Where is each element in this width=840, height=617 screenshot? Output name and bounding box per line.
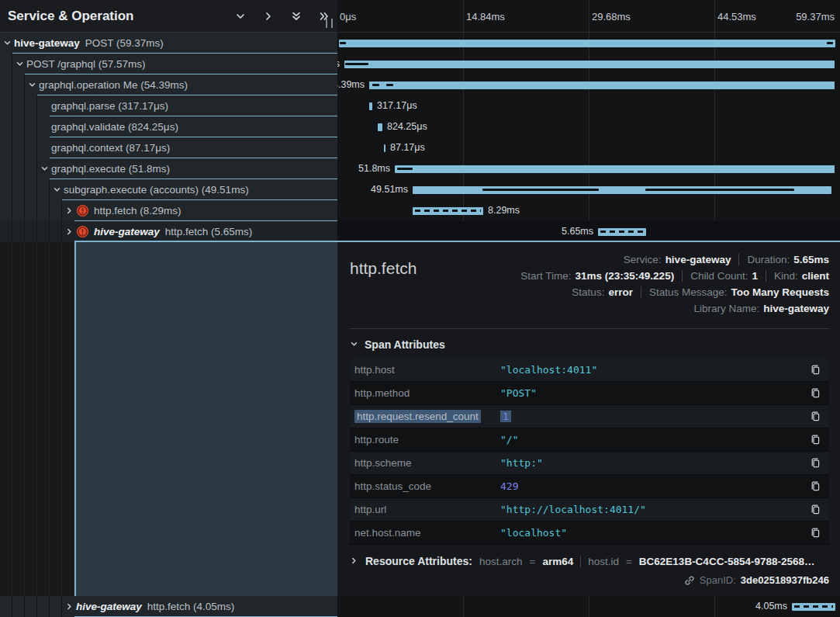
span-name-cell[interactable]: graphql.validate (824.25μs) (0, 116, 337, 137)
span-row[interactable]: graphql.execute (51.8ms)51.8ms (0, 158, 840, 179)
attribute-value: 429 (500, 480, 804, 492)
resource-attributes-row[interactable]: Resource Attributes:host.arch=arm64host.… (350, 555, 829, 567)
meta-value: client (802, 270, 829, 282)
chevron-right-icon[interactable] (62, 227, 76, 236)
copy-icon[interactable] (810, 411, 821, 422)
attribute-key: http.method (354, 387, 500, 399)
span-name-cell[interactable]: hive-gatewayhttp.fetch (5.65ms) (0, 221, 337, 242)
indent-guides (0, 116, 37, 137)
chevron-right-icon[interactable] (263, 11, 274, 22)
span-row[interactable]: POST /graphql (57.57ms)57.57ms (0, 54, 840, 75)
duration-bar[interactable] (339, 40, 835, 47)
span-attributes-header[interactable]: Span Attributes (350, 338, 829, 351)
span-timeline-cell[interactable]: 87.17μs (337, 137, 840, 158)
span-name-cell[interactable]: hive-gatewayhttp.fetch (4.05ms) (0, 596, 337, 617)
span-name-label: graphql.parse (317.17μs) (51, 100, 168, 112)
span-timeline-cell[interactable]: 54.39ms (337, 75, 840, 95)
selected-span-accent-line (74, 241, 840, 242)
meta-divider (682, 270, 683, 282)
axis-tick-label: 29.68ms (592, 10, 631, 22)
duration-bar[interactable] (598, 228, 646, 236)
duration-bar[interactable] (378, 123, 382, 131)
attribute-row: http.status_code429 (350, 475, 829, 498)
duration-bar[interactable] (369, 81, 835, 89)
link-icon[interactable] (684, 575, 695, 586)
attribute-row: http.request.resend_count1 (350, 405, 829, 428)
span-id-value: 3de02518937fb246 (741, 574, 829, 586)
span-name-cell[interactable]: graphql.parse (317.17μs) (0, 95, 337, 116)
duration-bar[interactable] (395, 165, 835, 173)
span-name-cell[interactable]: http.fetch (8.29ms) (0, 200, 337, 221)
span-name-cell[interactable]: hive-gatewayPOST (59.37ms) (0, 33, 337, 54)
span-name-label: http.fetch (4.05ms) (147, 601, 235, 612)
child-span-mark (345, 63, 368, 65)
chevron-down-icon[interactable] (235, 11, 246, 22)
trace-viewer: Service & Operation 0μs 14.84ms 29.68ms … (0, 0, 840, 617)
copy-icon[interactable] (810, 364, 821, 376)
attribute-key: http.host (354, 364, 500, 376)
attribute-row: http.method"POST" (350, 382, 829, 405)
duration-bar[interactable] (369, 102, 372, 110)
copy-icon[interactable] (810, 457, 821, 469)
span-tree: hive-gatewayPOST (59.37ms)POST /graphql … (0, 33, 840, 242)
span-timeline-cell[interactable] (337, 33, 840, 54)
span-timeline-cell[interactable]: 57.57ms (337, 54, 840, 75)
chevron-down-icon[interactable] (12, 60, 26, 68)
duration-bar[interactable] (413, 207, 483, 215)
copy-icon[interactable] (810, 387, 821, 399)
duration-bar[interactable] (413, 186, 831, 194)
meta-value: 1 (752, 270, 758, 282)
span-name-cell[interactable]: subgraph.execute (accounts) (49.51ms) (0, 179, 337, 200)
attribute-row: net.host.name"localhost" (350, 522, 829, 545)
attribute-value-text: "POST" (500, 387, 537, 399)
span-row[interactable]: hive-gatewayhttp.fetch (5.65ms)5.65ms (0, 221, 840, 242)
child-span-mark (482, 189, 599, 191)
span-row[interactable]: hive-gatewayhttp.fetch (4.05ms)4.05ms (0, 596, 840, 617)
chevron-down-icon[interactable] (25, 81, 39, 89)
span-id-label: SpanID: (700, 574, 736, 586)
duration-bar[interactable] (344, 61, 835, 68)
chevron-down-icon[interactable] (0, 39, 14, 47)
duration-bar[interactable] (384, 144, 385, 152)
span-row[interactable]: graphql.validate (824.25μs)824.25μs (0, 116, 840, 137)
duration-label: 317.17μs (377, 95, 417, 116)
span-name-cell[interactable]: POST /graphql (57.57ms) (0, 54, 337, 75)
span-row[interactable]: graphql.operation Me (54.39ms)54.39ms (0, 75, 840, 95)
attribute-key-text: http.status_code (354, 480, 431, 492)
span-detail-header: http.fetch Service:hive-gatewayDuration:… (350, 251, 829, 317)
chevron-right-icon[interactable] (62, 206, 76, 215)
span-timeline-cell[interactable]: 51.8ms (337, 158, 840, 179)
copy-icon[interactable] (810, 527, 821, 539)
attribute-value-text: 429 (500, 480, 518, 492)
span-name-label: graphql.validate (824.25μs) (51, 121, 178, 133)
copy-icon[interactable] (810, 504, 821, 515)
span-timeline-cell[interactable]: 8.29ms (337, 200, 840, 221)
span-name-cell[interactable]: graphql.execute (51.8ms) (0, 158, 337, 179)
chevron-right-icon[interactable] (62, 602, 76, 611)
copy-icon[interactable] (810, 434, 821, 445)
span-row[interactable]: subgraph.execute (accounts) (49.51ms)49.… (0, 179, 840, 200)
span-row[interactable]: http.fetch (8.29ms)8.29ms (0, 200, 840, 221)
duration-bar[interactable] (792, 603, 835, 611)
span-timeline-cell[interactable]: 4.05ms (337, 596, 840, 617)
attribute-value: "http://localhost:4011/" (500, 504, 804, 515)
chevron-down-icon[interactable] (37, 165, 51, 173)
selected-span-expansion-area (74, 242, 337, 596)
duration-label: 51.8ms (358, 158, 390, 179)
span-name-cell[interactable]: graphql.operation Me (54.39ms) (0, 75, 337, 95)
span-meta-line: Library Name:hive-gateway (693, 300, 829, 317)
double-chevron-down-icon[interactable] (291, 11, 302, 22)
attribute-key-text: http.request.resend_count (354, 410, 481, 423)
span-row[interactable]: graphql.context (87.17μs)87.17μs (0, 137, 840, 158)
panel-resize-handle[interactable] (326, 19, 333, 28)
chevron-down-icon[interactable] (50, 185, 64, 194)
span-name-cell[interactable]: graphql.context (87.17μs) (0, 137, 337, 158)
span-row[interactable]: graphql.parse (317.17μs)317.17μs (0, 95, 840, 116)
span-row[interactable]: hive-gatewayPOST (59.37ms) (0, 33, 840, 54)
span-timeline-cell[interactable]: 5.65ms (337, 221, 840, 242)
span-timeline-cell[interactable]: 49.51ms (337, 179, 840, 200)
span-timeline-cell[interactable]: 824.25μs (337, 116, 840, 137)
indent-guides (0, 200, 62, 221)
copy-icon[interactable] (810, 480, 821, 492)
span-timeline-cell[interactable]: 317.17μs (337, 95, 840, 116)
